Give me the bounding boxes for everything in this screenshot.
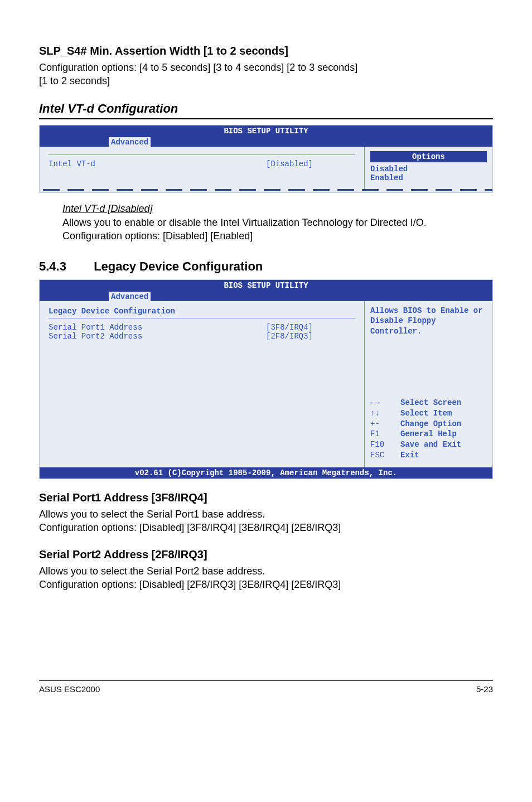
- sp2-body: Allows you to select the Serial Port2 ba…: [39, 564, 493, 592]
- vtd-detail-block: Intel VT-d [Disabled] Allows you to enab…: [62, 203, 493, 243]
- divider-2: [49, 318, 355, 318]
- nav-help: ←→Select Screen ↑↓Select Item +-Change O…: [370, 398, 487, 461]
- bios-tab-advanced[interactable]: Advanced: [109, 137, 151, 147]
- nav-key-plusminus: +-: [370, 419, 400, 429]
- sp1-label: Serial Port1 Address: [49, 323, 266, 332]
- slp-body: Configuration options: [4 to 5 seconds] …: [39, 61, 493, 88]
- nav-key-f1: F1: [370, 429, 400, 439]
- options-header: Options: [370, 151, 487, 162]
- bios-row-sp2[interactable]: Serial Port2 Address [2F8/IRQ3]: [49, 332, 355, 341]
- sp2-heading: Serial Port2 Address [2F8/IRQ3]: [39, 548, 493, 561]
- vtd-subheading: Intel VT-d [Disabled]: [62, 203, 493, 215]
- vtd-section-title: Intel VT-d Configuration: [39, 102, 493, 119]
- option-disabled[interactable]: Disabled: [370, 165, 487, 173]
- footer-right: 5-23: [476, 684, 493, 694]
- nav-key-arrows-ud: ↑↓: [370, 408, 400, 419]
- sp1-body: Allows you to select the Serial Port1 ba…: [39, 508, 493, 535]
- bios-bottom-dashes: [40, 189, 492, 192]
- help-text: Allows BIOS to Enable or Disable Floppy …: [370, 306, 487, 336]
- vtd-value: [Disabled]: [266, 160, 355, 168]
- sp1-value: [3F8/IRQ4]: [266, 323, 355, 332]
- nav-label-select-screen: Select Screen: [400, 398, 461, 408]
- nav-key-arrows-lr: ←→: [370, 398, 400, 408]
- slp-heading: SLP_S4# Min. Assertion Width [1 to 2 sec…: [39, 45, 493, 57]
- nav-label-save-exit: Save and Exit: [400, 439, 461, 450]
- section-title: Legacy Device Configuration: [94, 259, 263, 273]
- nav-label-change-option: Change Option: [400, 419, 461, 429]
- sp1-line1: Allows you to select the Serial Port1 ba…: [39, 509, 265, 520]
- nav-key-esc: ESC: [370, 450, 400, 461]
- sp2-value: [2F8/IRQ3]: [266, 332, 355, 341]
- nav-label-general-help: General Help: [400, 429, 457, 439]
- bios-panel-vtd: BIOS SETUP UTILITY Advanced Intel VT-d […: [39, 125, 493, 193]
- option-enabled[interactable]: Enabled: [370, 173, 487, 182]
- nav-label-exit: Exit: [400, 450, 419, 461]
- page-footer: ASUS ESC2000 5-23: [39, 680, 493, 694]
- bios-title-2: BIOS SETUP UTILITY: [40, 280, 492, 290]
- bios-footer: v02.61 (C)Copyright 1985-2009, American …: [40, 467, 492, 479]
- slp-line1: Configuration options: [4 to 5 seconds] …: [39, 62, 357, 73]
- bios-titlebar: BIOS SETUP UTILITY Advanced: [40, 125, 492, 147]
- nav-key-f10: F10: [370, 439, 400, 450]
- legacy-header: Legacy Device Configuration: [49, 307, 355, 316]
- bios-titlebar-2: BIOS SETUP UTILITY Advanced: [40, 280, 492, 301]
- bios-panel-legacy: BIOS SETUP UTILITY Advanced Legacy Devic…: [39, 279, 493, 479]
- legacy-section-heading: 5.4.3 Legacy Device Configuration: [39, 259, 493, 274]
- bios-title: BIOS SETUP UTILITY: [40, 125, 492, 136]
- vtd-detail-line1: Allows you to enable or disable the Inte…: [62, 216, 493, 229]
- divider: [49, 154, 355, 155]
- nav-label-select-item: Select Item: [400, 408, 452, 419]
- sp1-line2: Configuration options: [Disabled] [3F8/I…: [39, 522, 341, 533]
- footer-left: ASUS ESC2000: [39, 684, 100, 694]
- vtd-detail-line2: Configuration options: [Disabled] [Enabl…: [62, 229, 493, 243]
- bios-row-sp1[interactable]: Serial Port1 Address [3F8/IRQ4]: [49, 323, 355, 332]
- bios-tab-advanced-2[interactable]: Advanced: [109, 292, 151, 301]
- sp2-line2: Configuration options: [Disabled] [2F8/I…: [39, 579, 341, 590]
- bios-row-vtd[interactable]: Intel VT-d [Disabled]: [49, 160, 355, 168]
- section-number: 5.4.3: [39, 259, 90, 274]
- sp1-heading: Serial Port1 Address [3F8/IRQ4]: [39, 491, 493, 504]
- slp-line2: [1 to 2 seconds]: [39, 75, 110, 86]
- vtd-label: Intel VT-d: [49, 160, 266, 168]
- sp2-line1: Allows you to select the Serial Port2 ba…: [39, 566, 265, 577]
- sp2-label: Serial Port2 Address: [49, 332, 266, 341]
